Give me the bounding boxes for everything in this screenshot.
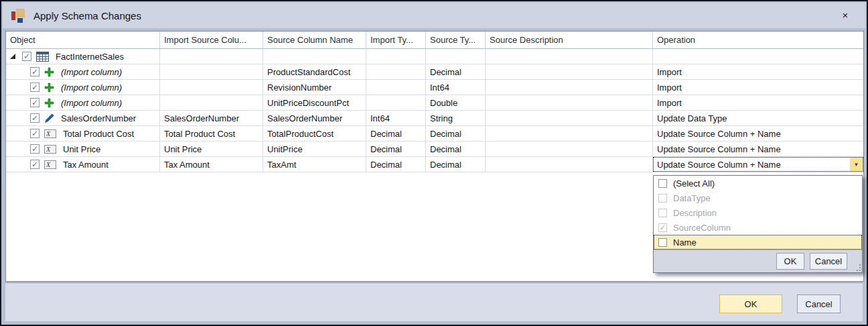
cell-import-source-column: Unit Price xyxy=(160,142,263,156)
dropdown-item-select-all[interactable]: (Select All) xyxy=(654,176,862,191)
dropdown-cancel-button[interactable]: Cancel xyxy=(810,253,847,270)
resize-grip-icon[interactable] xyxy=(854,264,861,271)
cell-operation[interactable]: Import xyxy=(653,80,863,95)
dropdown-item-sourcecolumn: SourceColumn xyxy=(654,220,862,235)
dropdown-item-name[interactable]: Name xyxy=(654,235,862,250)
table-row[interactable]: X Total Product Cost Total Product Cost … xyxy=(6,126,863,142)
cell-import-source-column xyxy=(160,95,263,110)
grid-header-row: Object Import Source Colu... Source Colu… xyxy=(6,32,863,49)
dropdown-item-datatype: DataType xyxy=(654,191,862,205)
cell-operation[interactable]: Update Data Type xyxy=(653,111,863,125)
dropdown-ok-button[interactable]: OK xyxy=(776,253,804,270)
cell-source-description xyxy=(486,142,653,156)
add-column-icon xyxy=(44,67,54,77)
apply-schema-changes-dialog: Apply Schema Changes × Object Import Sou… xyxy=(0,0,868,326)
cell-import-type xyxy=(366,80,426,95)
ok-button[interactable]: OK xyxy=(719,294,782,313)
cell-source-type: Int64 xyxy=(426,80,486,95)
cell-operation[interactable]: Update Source Column + Name xyxy=(653,126,863,141)
description-checkbox xyxy=(658,209,667,217)
row-checkbox[interactable] xyxy=(30,160,40,169)
close-icon[interactable]: × xyxy=(839,9,852,22)
cell-import-source-column xyxy=(160,64,263,79)
table-row[interactable]: SalesOrderNumber SalesOrderNumber SalesO… xyxy=(6,111,863,126)
table-row-factinternetsales[interactable]: FactInternetSales xyxy=(6,49,863,64)
row-checkbox[interactable] xyxy=(30,67,40,76)
table-row[interactable]: X Tax Amount Tax Amount TaxAmt Decimal D… xyxy=(6,157,863,172)
cell-import-type xyxy=(366,49,426,64)
row-checkbox[interactable] xyxy=(30,113,40,123)
cell-source-column-name: ProductStandardCost xyxy=(263,64,366,79)
cell-object: X Unit Price xyxy=(6,142,160,156)
column-header-source-column-name[interactable]: Source Column Name xyxy=(263,32,366,48)
cell-source-description xyxy=(486,49,653,64)
cell-source-column-name: RevisionNumber xyxy=(263,80,366,95)
dropdown-item-label: (Select All) xyxy=(673,178,715,188)
cell-import-source-column xyxy=(160,80,263,95)
object-label: Unit Price xyxy=(63,144,100,154)
column-header-import-source-column[interactable]: Import Source Colu... xyxy=(160,32,263,48)
cancel-button[interactable]: Cancel xyxy=(797,294,841,313)
object-label: FactInternetSales xyxy=(56,52,124,62)
cell-object: (Import column) xyxy=(6,80,160,95)
table-row[interactable]: (Import column) ProductStandardCost Deci… xyxy=(6,64,863,80)
column-header-operation[interactable]: Operation xyxy=(653,32,863,48)
object-label: (Import column) xyxy=(61,98,122,108)
cell-import-type xyxy=(366,95,426,110)
cell-source-description xyxy=(486,126,653,141)
cell-operation[interactable]: Import xyxy=(653,95,863,110)
cell-source-type: Decimal xyxy=(426,64,486,79)
table-row[interactable]: X Unit Price Unit Price UnitPrice Decima… xyxy=(6,142,863,157)
column-header-import-type[interactable]: Import Ty... xyxy=(366,32,426,48)
column-header-source-description[interactable]: Source Description xyxy=(486,32,653,48)
cell-import-source-column: SalesOrderNumber xyxy=(160,111,263,125)
operation-combobox-value: Update Source Column + Name xyxy=(654,158,850,171)
row-checkbox[interactable] xyxy=(30,129,40,138)
cell-source-type: Decimal xyxy=(426,126,486,141)
table-icon xyxy=(36,52,49,62)
chevron-down-icon[interactable]: ▼ xyxy=(850,158,863,171)
name-checkbox[interactable] xyxy=(658,238,667,247)
table-row[interactable]: (Import column) UnitPriceDiscountPct Dou… xyxy=(6,95,863,111)
add-column-icon xyxy=(44,98,54,108)
app-logo-icon xyxy=(11,7,27,23)
row-checkbox[interactable] xyxy=(30,83,40,92)
expander-icon[interactable] xyxy=(9,53,16,60)
rename-icon: X xyxy=(44,160,56,169)
column-header-object[interactable]: Object xyxy=(6,32,160,48)
row-checkbox[interactable] xyxy=(22,52,31,61)
cell-import-type: Decimal xyxy=(366,126,426,141)
table-row[interactable]: (Import column) RevisionNumber Int64 Imp… xyxy=(6,80,863,95)
edit-pencil-icon xyxy=(44,113,54,123)
titlebar: Apply Schema Changes × xyxy=(3,3,865,28)
cell-source-description xyxy=(486,95,653,110)
sourcecolumn-checkbox xyxy=(658,223,667,232)
cell-source-type: Decimal xyxy=(426,157,486,172)
cell-source-description xyxy=(486,111,653,125)
cell-object: (Import column) xyxy=(6,64,160,79)
cell-operation[interactable]: Update Source Column + Name xyxy=(653,142,863,156)
cell-object: FactInternetSales xyxy=(6,49,160,64)
dropdown-item-description: Description xyxy=(654,205,862,220)
object-label: Total Product Cost xyxy=(63,129,134,139)
cell-source-column-name xyxy=(263,49,366,64)
row-checkbox[interactable] xyxy=(30,98,40,107)
cell-import-type xyxy=(366,64,426,79)
cell-import-source-column: Tax Amount xyxy=(160,157,263,172)
operation-combobox[interactable]: Update Source Column + Name ▼ xyxy=(653,157,863,172)
cell-source-column-name: TaxAmt xyxy=(263,157,366,172)
cell-source-column-name: SalesOrderNumber xyxy=(263,111,366,125)
object-label: SalesOrderNumber xyxy=(61,113,136,123)
dialog-footer: OK Cancel xyxy=(5,282,863,321)
cell-object: SalesOrderNumber xyxy=(6,111,160,125)
cell-import-type: Decimal xyxy=(366,142,426,156)
cell-operation xyxy=(653,49,863,64)
column-header-source-type[interactable]: Source Ty... xyxy=(426,32,486,48)
cell-object: (Import column) xyxy=(6,95,160,110)
row-checkbox[interactable] xyxy=(30,144,40,154)
object-label: (Import column) xyxy=(61,67,122,77)
cell-operation[interactable]: Import xyxy=(653,64,863,79)
select-all-checkbox[interactable] xyxy=(658,179,667,188)
dialog-title: Apply Schema Changes xyxy=(33,10,141,21)
dropdown-item-label: Description xyxy=(673,208,717,218)
